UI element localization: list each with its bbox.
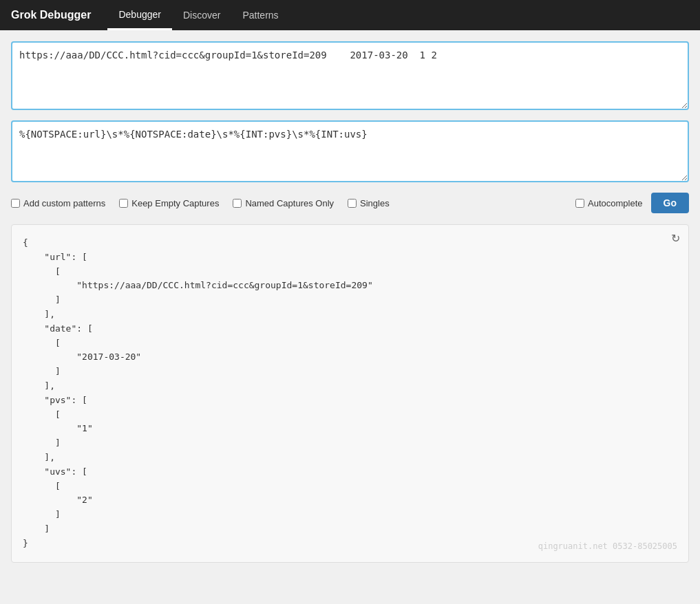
options-right: Autocomplete Go xyxy=(575,193,689,213)
app-brand: Grok Debugger xyxy=(11,9,91,21)
add-custom-patterns-checkbox[interactable] xyxy=(11,199,20,208)
named-captures-only-checkbox[interactable] xyxy=(233,199,242,208)
result-panel: ↻ { "url": [ [ "https://aaa/DD/CCC.html?… xyxy=(11,224,689,563)
add-custom-patterns-label[interactable]: Add custom patterns xyxy=(11,198,105,208)
keep-empty-captures-label[interactable]: Keep Empty Captures xyxy=(119,198,219,208)
refresh-icon[interactable]: ↻ xyxy=(671,232,680,245)
go-button[interactable]: Go xyxy=(651,193,689,213)
result-json: { "url": [ [ "https://aaa/DD/CCC.html?ci… xyxy=(23,236,677,551)
singles-label[interactable]: Singles xyxy=(348,198,390,208)
main-content: Add custom patterns Keep Empty Captures … xyxy=(0,30,700,574)
autocomplete-label[interactable]: Autocomplete xyxy=(575,198,643,208)
named-captures-only-text: Named Captures Only xyxy=(245,198,334,208)
autocomplete-text: Autocomplete xyxy=(588,198,643,208)
autocomplete-checkbox[interactable] xyxy=(575,199,584,208)
nav-patterns[interactable]: Patterns xyxy=(231,0,289,30)
options-row: Add custom patterns Keep Empty Captures … xyxy=(11,193,689,213)
sample-input[interactable] xyxy=(11,41,689,110)
navbar: Grok Debugger Debugger Discover Patterns xyxy=(0,0,700,30)
grok-pattern-input[interactable] xyxy=(11,120,689,182)
add-custom-patterns-text: Add custom patterns xyxy=(23,198,105,208)
singles-text: Singles xyxy=(360,198,390,208)
singles-checkbox[interactable] xyxy=(348,199,357,208)
named-captures-only-label[interactable]: Named Captures Only xyxy=(233,198,334,208)
nav-discover[interactable]: Discover xyxy=(172,0,231,30)
keep-empty-captures-text: Keep Empty Captures xyxy=(131,198,219,208)
keep-empty-captures-checkbox[interactable] xyxy=(119,199,128,208)
nav-debugger[interactable]: Debugger xyxy=(107,0,172,30)
